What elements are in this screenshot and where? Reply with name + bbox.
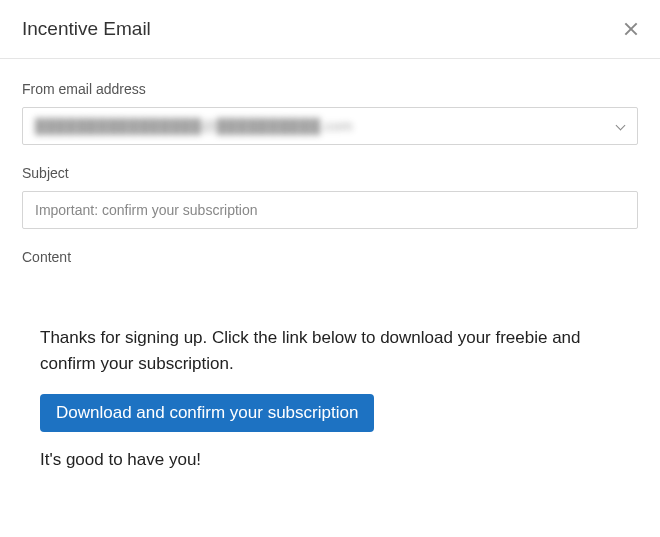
- content-preview: Thanks for signing up. Click the link be…: [22, 275, 638, 470]
- subject-group: Subject: [22, 165, 638, 229]
- from-email-group: From email address ████████████████@████…: [22, 81, 638, 145]
- download-confirm-button[interactable]: Download and confirm your subscription: [40, 394, 374, 432]
- from-email-value: ████████████████@██████████.com: [35, 118, 607, 134]
- modal-title: Incentive Email: [22, 18, 151, 40]
- content-label: Content: [22, 249, 638, 265]
- content-intro-text: Thanks for signing up. Click the link be…: [40, 325, 620, 376]
- close-icon[interactable]: [624, 22, 638, 36]
- chevron-down-icon: [615, 121, 625, 131]
- subject-input[interactable]: [22, 191, 638, 229]
- from-email-label: From email address: [22, 81, 638, 97]
- from-email-select[interactable]: ████████████████@██████████.com: [22, 107, 638, 145]
- modal-body: From email address ████████████████@████…: [0, 59, 660, 512]
- modal-header: Incentive Email: [0, 0, 660, 59]
- content-group: Content Thanks for signing up. Click the…: [22, 249, 638, 470]
- content-closing-text: It's good to have you!: [40, 450, 620, 470]
- subject-label: Subject: [22, 165, 638, 181]
